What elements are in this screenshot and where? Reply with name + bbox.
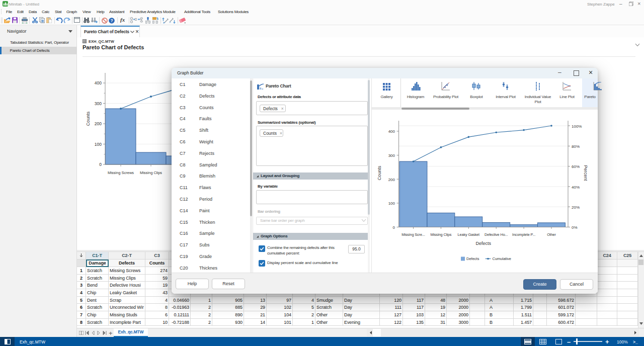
svg-text:0: 0: [393, 225, 395, 230]
svg-text:Leaky Gasket: Leaky Gasket: [458, 232, 479, 237]
svg-text:200: 200: [388, 178, 395, 182]
svg-text:0%: 0%: [572, 225, 578, 230]
svg-text:Defective Ho...: Defective Ho...: [485, 232, 508, 237]
svg-text:Counts: Counts: [377, 165, 382, 180]
svg-text:Missing Screws: Missing Screws: [108, 170, 134, 175]
svg-text:20%: 20%: [572, 205, 580, 210]
svg-text:40%: 40%: [572, 185, 580, 190]
svg-text:Missing Scre...: Missing Scre...: [401, 232, 425, 237]
svg-text:300: 300: [388, 153, 395, 158]
svg-text:Cumulative: Cumulative: [493, 256, 512, 261]
svg-text:400: 400: [388, 129, 395, 134]
svg-text:100: 100: [388, 201, 395, 206]
svg-text:400: 400: [95, 80, 102, 85]
svg-text:Missing Clips: Missing Clips: [431, 232, 452, 237]
svg-text:60%: 60%: [572, 164, 580, 169]
svg-text:300: 300: [95, 101, 102, 106]
svg-text:100: 100: [95, 142, 102, 147]
svg-text:?: ?: [110, 18, 113, 23]
svg-text:Incomplete P...: Incomplete P...: [512, 232, 535, 237]
svg-text:80%: 80%: [572, 144, 580, 149]
svg-text:0: 0: [99, 162, 102, 167]
svg-text:Missing Clips: Missing Clips: [140, 170, 162, 175]
svg-text:Defects: Defects: [476, 241, 492, 246]
svg-text:Defects: Defects: [466, 256, 479, 261]
svg-text:100%: 100%: [572, 124, 582, 129]
svg-text:Counts: Counts: [86, 111, 91, 126]
svg-text:200: 200: [95, 121, 102, 126]
svg-text:Percent: Percent: [583, 165, 588, 181]
svg-text:Other: Other: [547, 232, 556, 237]
